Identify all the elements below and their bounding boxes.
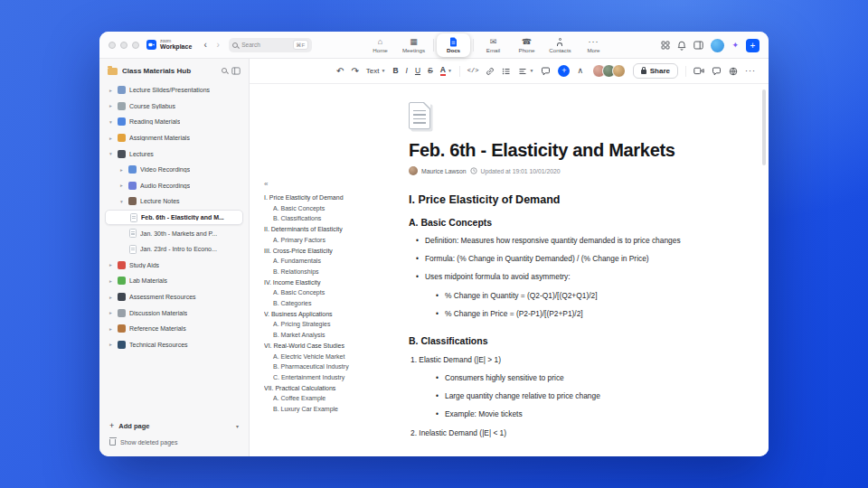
sidebar-item-lecture-notes[interactable]: ▾ Lecture Notes [105, 193, 243, 210]
vertical-scrollbar[interactable] [762, 89, 766, 165]
toc-item[interactable]: B. Luxury Car Example [264, 404, 403, 415]
chat-icon[interactable] [712, 67, 722, 76]
toc-item[interactable]: VII. Practical Calculations [264, 383, 403, 394]
page-cover-icon[interactable] [409, 102, 430, 129]
chevron-right-icon[interactable]: ▸ [108, 326, 114, 332]
tab-more[interactable]: ··· More [577, 33, 610, 57]
chevron-right-icon[interactable]: ▸ [108, 103, 114, 108]
comment-icon[interactable] [541, 67, 551, 76]
apps-icon[interactable] [661, 41, 670, 50]
toc-item[interactable]: I. Price Elasticity of Demand [264, 192, 403, 203]
chevron-right-icon[interactable]: ▸ [108, 262, 114, 267]
chevron-right-icon[interactable]: ▸ [108, 342, 114, 347]
sub-bullet-item[interactable]: % Change in Quantity = (Q2-Q1)/[(Q2+Q1)/… [409, 291, 714, 301]
collapse-toolbar-icon[interactable]: ∧ [577, 67, 583, 75]
chevron-down-icon[interactable]: ▾ [108, 151, 114, 156]
toc-item[interactable]: VI. Real-World Case Studies [264, 341, 403, 352]
underline-button[interactable]: U [415, 67, 420, 75]
bullet-item[interactable]: Uses midpoint formula to avoid asymmetry… [409, 272, 714, 282]
chevron-down-icon[interactable]: ▾ [236, 423, 239, 429]
sidebar-item-course-syllabus[interactable]: ▸ Course Syllabus [105, 99, 243, 115]
italic-button[interactable]: I [406, 67, 408, 75]
redo-icon[interactable]: ↷ [351, 67, 358, 76]
show-deleted-pages-button[interactable]: Show deleted pages [109, 438, 239, 446]
page-title[interactable]: Feb. 6th - Elasticity and Markets [409, 140, 714, 161]
add-page-button[interactable]: + Add page ▾ [109, 422, 239, 430]
sidebar-search-icon[interactable] [222, 68, 227, 73]
sidebar-item-lab-materials[interactable]: ▸ Lab Materials [105, 273, 243, 289]
sidebar-item-jan-23rd-page[interactable]: Jan. 23rd - Intro to Econo... [105, 241, 243, 258]
share-button[interactable]: Share [633, 63, 678, 79]
bullet-item[interactable]: Formula: (% Change in Quantity Demanded)… [409, 254, 714, 264]
close-window-button[interactable] [108, 42, 116, 49]
toc-item[interactable]: A. Coffee Example [264, 393, 403, 404]
sidebar-item-technical-resources[interactable]: ▸ Technical Resources [105, 337, 243, 353]
forward-button[interactable]: › [212, 39, 224, 52]
link-icon[interactable] [486, 67, 495, 76]
toc-item[interactable]: A. Basic Concepts [264, 287, 403, 298]
chevron-right-icon[interactable]: ▸ [108, 136, 114, 141]
toc-item[interactable]: II. Determinants of Elasticity [264, 224, 403, 235]
collaborator-avatar[interactable] [612, 64, 626, 78]
heading-1[interactable]: I. Price Elasticity of Demand [409, 193, 714, 206]
tab-contacts[interactable]: Contacts [543, 33, 577, 57]
collapse-toc-icon[interactable]: « [264, 180, 403, 188]
toc-item[interactable]: B. Market Analysis [264, 330, 403, 341]
toc-item[interactable]: A. Primary Factors [264, 235, 403, 246]
sidebar-item-audio-recordings[interactable]: ▸ Audio Recordings [105, 178, 243, 194]
sidebar-item-reference-materials[interactable]: ▸ Reference Materials [105, 321, 243, 337]
toc-item[interactable]: A. Electric Vehicle Market [264, 352, 403, 362]
toc-item[interactable]: B. Pharmaceutical Industry [264, 361, 403, 372]
new-item-button[interactable]: + [746, 39, 760, 52]
toc-item[interactable]: B. Relationships [264, 267, 403, 277]
toc-item[interactable]: V. Business Applications [264, 309, 403, 320]
zoom-window-button[interactable] [132, 42, 139, 49]
tab-meetings[interactable]: ▦ Meetings [397, 33, 430, 57]
chevron-down-icon[interactable]: ▾ [118, 199, 125, 204]
chevron-right-icon[interactable]: ▸ [118, 183, 125, 188]
toc-item[interactable]: B. Categories [264, 298, 403, 309]
globe-icon[interactable] [729, 67, 738, 76]
toc-item[interactable]: A. Pricing Strategies [264, 319, 403, 330]
chevron-right-icon[interactable]: ▸ [108, 278, 114, 284]
sub-bullet-item[interactable]: % Change in Price = (P2-P1)/[(P2+P1)/2] [409, 309, 714, 319]
bold-button[interactable]: B [392, 67, 398, 75]
toc-item[interactable]: C. Entertainment Industry [264, 372, 403, 383]
document-canvas[interactable]: « I. Price Elasticity of Demand A. Basic… [250, 84, 769, 456]
search-input[interactable]: Search ⌘F [229, 38, 312, 52]
sidebar-item-study-aids[interactable]: ▸ Study Aids [105, 258, 243, 274]
toc-item[interactable]: III. Cross-Price Elasticity [264, 246, 403, 257]
toc-item[interactable]: IV. Income Elasticity [264, 277, 403, 288]
notifications-bell-icon[interactable] [677, 41, 686, 51]
code-button[interactable]: </> [467, 68, 479, 74]
chevron-right-icon[interactable]: ▸ [118, 167, 125, 173]
sidebar-item-discussion-materials[interactable]: ▸ Discussion Materials [105, 305, 243, 321]
side-panel-icon[interactable] [693, 41, 703, 50]
tab-home[interactable]: ⌂ Home [363, 33, 397, 57]
profile-avatar[interactable] [711, 39, 724, 52]
sidebar-item-feb-6th-page[interactable]: Feb. 6th - Elasticity and M... [105, 210, 243, 226]
chevron-right-icon[interactable]: ▸ [108, 295, 114, 300]
collapse-sidebar-icon[interactable] [231, 67, 241, 75]
sidebar-item-assessment-resources[interactable]: ▸ Assessment Resources [105, 289, 243, 305]
sidebar-item-reading-materials[interactable]: ▾ Reading Materials [105, 114, 243, 130]
chevron-right-icon[interactable]: ▸ [108, 310, 114, 315]
strikethrough-button[interactable]: S [428, 67, 433, 75]
sidebar-item-video-recordings[interactable]: ▸ Video Recordings [105, 162, 243, 178]
sub-bullet-item[interactable]: Consumers highly sensitive to price [409, 373, 714, 383]
text-style-dropdown[interactable]: Text ▼ [366, 68, 386, 75]
chevron-down-icon[interactable]: ▾ [108, 119, 114, 125]
undo-icon[interactable]: ↶ [336, 67, 344, 76]
chevron-right-icon[interactable]: ▸ [108, 88, 114, 93]
sidebar-item-lectures[interactable]: ▾ Lectures [105, 145, 243, 162]
sub-bullet-item[interactable]: Example: Movie tickets [409, 409, 714, 419]
bullet-item[interactable]: Definition: Measures how responsive quan… [409, 236, 714, 246]
ai-companion-icon[interactable]: ✦ [731, 41, 739, 50]
sidebar-item-assignment-materials[interactable]: ▸ Assignment Materials [105, 130, 243, 146]
toc-item[interactable]: A. Fundamentals [264, 256, 403, 267]
heading-2[interactable]: B. Classifications [409, 335, 714, 346]
video-camera-icon[interactable] [693, 67, 704, 75]
numbered-item[interactable]: 2. Inelastic Demand (|E| < 1) [409, 428, 714, 438]
sidebar-item-lecture-slides[interactable]: ▸ Lecture Slides/Presentations [105, 82, 243, 99]
tab-docs[interactable]: Docs [437, 33, 470, 57]
